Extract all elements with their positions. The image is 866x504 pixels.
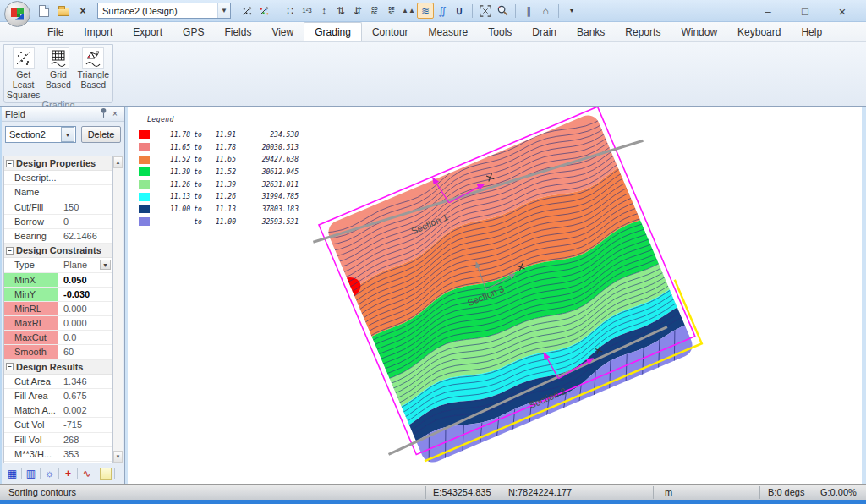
property-value[interactable]: 1.346: [58, 375, 112, 388]
window-controls: – □ ×: [749, 0, 861, 22]
menu-item-reports[interactable]: Reports: [615, 22, 671, 41]
legend-to: 11.78: [206, 144, 236, 151]
chevron-down-icon[interactable]: ▼: [217, 3, 230, 18]
panel-close-icon[interactable]: ×: [109, 109, 121, 118]
zoom-icon[interactable]: [494, 3, 511, 19]
grid-section-header[interactable]: −Design Results: [4, 360, 112, 375]
zoom-extents-icon[interactable]: [477, 3, 494, 19]
code-icon: CO DE: [371, 7, 378, 14]
note-icon[interactable]: [98, 467, 112, 481]
menu-item-drain[interactable]: Drain: [522, 22, 567, 41]
menu-item-fields[interactable]: Fields: [214, 22, 261, 41]
property-value[interactable]: Plane▼: [58, 258, 112, 271]
level-banks-icon[interactable]: ⇵: [349, 3, 366, 19]
menu-item-help[interactable]: Help: [791, 22, 832, 41]
level-design-icon[interactable]: ⇅: [332, 3, 349, 19]
minimize-button[interactable]: –: [749, 0, 787, 22]
chevron-down-icon[interactable]: ▼: [61, 127, 74, 142]
grid-section-header[interactable]: −Design Properties: [4, 156, 112, 171]
menu-item-grading[interactable]: Grading: [304, 22, 362, 41]
draw-line-colored-icon[interactable]: [255, 3, 272, 19]
menu-item-import[interactable]: Import: [74, 22, 123, 41]
menu-item-view[interactable]: View: [261, 22, 304, 41]
surface-selector-value: Surface2 (Design): [98, 6, 217, 16]
property-grid: −Design PropertiesDescript...NameCut/Fil…: [3, 156, 112, 463]
property-label: M**3/H...: [4, 447, 58, 461]
collapse-icon[interactable]: −: [6, 247, 14, 255]
property-value[interactable]: 0.002: [58, 403, 112, 417]
property-value[interactable]: 0.0: [58, 331, 112, 344]
add-points-icon: ∷: [287, 5, 293, 17]
close-document-icon[interactable]: ×: [74, 3, 91, 19]
collapse-icon[interactable]: −: [6, 160, 14, 167]
surface-selector[interactable]: Surface2 (Design) ▼: [97, 3, 231, 19]
menu-item-file[interactable]: File: [37, 22, 74, 41]
new-document-icon[interactable]: [36, 3, 52, 19]
grid-based-button[interactable]: Grid Based: [41, 47, 75, 100]
note-icon: [100, 468, 112, 480]
home-icon: ⌂: [542, 5, 548, 17]
legend-from: 11.52: [160, 156, 190, 163]
settings-icon[interactable]: ☼: [42, 467, 57, 481]
profile-icon[interactable]: ∿: [79, 467, 94, 481]
drawing-canvas[interactable]: Section 1 Section 3 Section 2 Legend 11.…: [128, 107, 862, 484]
scroll-down-icon[interactable]: ▼: [113, 451, 123, 463]
property-value[interactable]: 60: [58, 345, 112, 359]
valley-icon[interactable]: ∪: [451, 3, 468, 19]
property-value[interactable]: 353: [58, 447, 112, 461]
add-points-icon[interactable]: ∷: [282, 3, 299, 19]
list-view-icon[interactable]: ▥: [24, 467, 38, 481]
property-value[interactable]: 0.675: [58, 389, 112, 403]
collapse-icon[interactable]: −: [6, 363, 14, 370]
property-value[interactable]: 0.050: [58, 273, 112, 287]
property-value[interactable]: 150: [58, 200, 112, 214]
menu-item-gps[interactable]: GPS: [173, 22, 214, 41]
home-icon[interactable]: ⌂: [537, 3, 554, 19]
level-updown-icon[interactable]: ↕: [315, 3, 332, 19]
streams-icon[interactable]: ∬: [434, 3, 451, 19]
maximize-button[interactable]: □: [787, 0, 824, 22]
property-value[interactable]: -0.030: [58, 288, 112, 301]
open-folder-icon[interactable]: [55, 3, 72, 19]
scroll-up-icon[interactable]: ▲: [113, 156, 123, 168]
code-icon[interactable]: CO DE: [366, 3, 383, 19]
menu-item-banks[interactable]: Banks: [567, 22, 615, 41]
property-value[interactable]: -715: [58, 418, 112, 431]
get-least-squares-button[interactable]: Get Least Squares: [6, 47, 41, 100]
toolbar-options-icon[interactable]: ▾: [563, 3, 580, 19]
app-logo-orb[interactable]: [4, 1, 30, 27]
property-label: MinY: [4, 288, 58, 301]
grid-section-header[interactable]: −Design Constraints: [4, 244, 112, 258]
menu-item-export[interactable]: Export: [123, 22, 173, 41]
menu-item-keyboard[interactable]: Keyboard: [727, 22, 791, 41]
hatch-icon[interactable]: ∥: [520, 3, 537, 19]
property-value[interactable]: [58, 185, 112, 199]
point-numbers-icon[interactable]: 1²3: [299, 3, 315, 19]
property-value[interactable]: 0.000: [58, 302, 112, 315]
menu-item-tools[interactable]: Tools: [478, 22, 522, 41]
grid-view-icon[interactable]: ▦: [5, 467, 19, 481]
property-value[interactable]: 62.1466: [58, 229, 112, 243]
descriptor-icon[interactable]: DE SC: [383, 3, 400, 19]
menu-item-window[interactable]: Window: [671, 22, 727, 41]
contours-icon[interactable]: ≋: [417, 3, 434, 19]
pin-icon[interactable]: [97, 107, 109, 120]
triangulation-icon[interactable]: ▲▲: [400, 3, 417, 19]
property-value[interactable]: 0.000: [58, 316, 112, 330]
property-value[interactable]: [58, 171, 112, 184]
legend-from: 11.39: [160, 168, 190, 176]
field-selector[interactable]: Section2 ▼: [5, 126, 76, 143]
delete-button[interactable]: Delete: [81, 126, 121, 143]
property-value[interactable]: 0: [58, 215, 112, 228]
legend-area: 32631.011: [236, 181, 299, 189]
property-row: Bearing62.1466: [4, 229, 112, 244]
draw-line-points-icon[interactable]: [238, 3, 255, 19]
add-section-icon[interactable]: +: [61, 467, 75, 481]
menu-item-measure[interactable]: Measure: [419, 22, 479, 41]
property-value[interactable]: 268: [58, 433, 112, 446]
property-grid-scrollbar[interactable]: ▲ ▼: [112, 156, 123, 463]
triangle-based-button[interactable]: Triangle Based: [76, 47, 111, 100]
chevron-down-icon[interactable]: ▼: [100, 260, 111, 270]
menu-item-contour[interactable]: Contour: [362, 22, 419, 41]
close-button[interactable]: ×: [824, 0, 861, 22]
